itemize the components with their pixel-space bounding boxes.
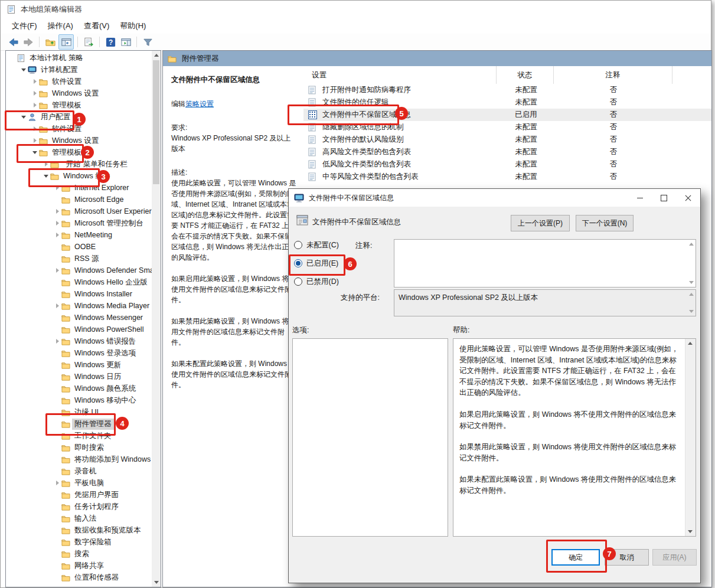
expand-arrow-icon[interactable] bbox=[31, 101, 39, 109]
comment-input[interactable] bbox=[394, 239, 696, 288]
expand-arrow-icon[interactable] bbox=[53, 526, 61, 534]
tree-item-label[interactable]: OOBE bbox=[72, 242, 98, 251]
minimize-icon[interactable] bbox=[628, 189, 652, 207]
tree-item[interactable]: 录音机 bbox=[6, 465, 152, 477]
tree-item-label[interactable]: Windows 更新 bbox=[72, 360, 123, 371]
radio-option[interactable]: 已启用(E) bbox=[294, 257, 391, 269]
tree-item[interactable]: Internet Explorer bbox=[6, 182, 152, 194]
tree-item[interactable]: 任务计划程序 bbox=[6, 501, 152, 512]
tree-item[interactable]: OOBE bbox=[6, 241, 152, 253]
expand-arrow-icon[interactable] bbox=[53, 479, 61, 487]
tree-item-label[interactable]: Windows 组件 bbox=[61, 171, 112, 182]
tree-item-label[interactable]: 录音机 bbox=[72, 466, 99, 477]
tree-item[interactable]: Windows Installer bbox=[6, 288, 152, 300]
scroll-down-icon[interactable] bbox=[685, 527, 694, 536]
expand-arrow-icon[interactable] bbox=[42, 160, 50, 168]
tree-item-label[interactable]: 附件管理器 bbox=[72, 419, 114, 430]
column-header-comment[interactable]: 注释 bbox=[553, 66, 672, 84]
tree-item-label[interactable]: 计算机配置 bbox=[38, 64, 80, 76]
help-scrollbar[interactable] bbox=[685, 339, 696, 536]
expand-arrow-icon[interactable] bbox=[31, 136, 39, 145]
expand-arrow-icon[interactable] bbox=[53, 396, 61, 404]
tree-item-label[interactable]: 网络共享 bbox=[72, 560, 106, 571]
expand-arrow-icon[interactable] bbox=[53, 219, 61, 227]
tree-item[interactable]: 将功能添加到 Windows 1 bbox=[6, 453, 152, 465]
filter-icon[interactable] bbox=[141, 35, 155, 49]
tree-item[interactable]: 计算机配置 bbox=[6, 64, 152, 76]
radio-option[interactable]: 已禁用(D) bbox=[294, 276, 391, 288]
tree-item[interactable]: Windows Messenger bbox=[6, 312, 152, 324]
tree-item[interactable]: 软件设置 bbox=[6, 76, 152, 87]
tree-item[interactable]: Windows 设置 bbox=[6, 135, 152, 146]
expand-arrow-icon[interactable] bbox=[53, 349, 61, 357]
tree-item[interactable]: 工作文件夹 bbox=[6, 430, 152, 442]
tree-item-label[interactable]: Windows 颜色系统 bbox=[72, 383, 138, 394]
tree-item-label[interactable]: Windows 移动中心 bbox=[72, 395, 138, 406]
tree-item[interactable]: 数字保险箱 bbox=[6, 536, 152, 548]
expand-arrow-icon[interactable] bbox=[53, 361, 61, 369]
tree-item-label[interactable]: 数据收集和预览版本 bbox=[72, 525, 143, 536]
column-header-status[interactable]: 状态 bbox=[496, 66, 553, 84]
tree-item[interactable]: 数据收集和预览版本 bbox=[6, 524, 152, 536]
scroll-thumb[interactable] bbox=[153, 60, 159, 184]
tree-item[interactable]: Windows 移动中心 bbox=[6, 394, 152, 406]
settings-row[interactable]: 文件附件的默认风险级别 未配置 否 bbox=[303, 133, 711, 146]
tree-item-label[interactable]: Windows 设置 bbox=[50, 88, 101, 99]
expand-arrow-icon[interactable] bbox=[53, 337, 61, 345]
tree-item-label[interactable]: Microsoft User Experier bbox=[72, 207, 152, 216]
settings-row[interactable]: 高风险文件类型的包含列表 未配置 否 bbox=[303, 146, 711, 158]
tree-item[interactable]: 平板电脑 bbox=[6, 477, 152, 489]
menu-item[interactable]: 操作(A) bbox=[43, 19, 79, 33]
tree-item-label[interactable]: Windows PowerShell bbox=[72, 325, 146, 334]
tree-item-label[interactable]: 边缘 UI bbox=[72, 407, 101, 418]
tree-scrollbar[interactable] bbox=[152, 51, 161, 587]
tree-item[interactable]: Windows Defender Sma bbox=[6, 264, 152, 276]
tree-item[interactable]: 边缘 UI bbox=[6, 406, 152, 418]
tree-item-label[interactable]: Windows Messenger bbox=[72, 313, 145, 322]
ok-button[interactable]: 确定 bbox=[551, 549, 600, 566]
tree-item-label[interactable]: Microsoft 管理控制台 bbox=[72, 218, 146, 229]
settings-row[interactable]: 隐藏删除区域信息的机制 未配置 否 bbox=[303, 121, 711, 133]
expand-arrow-icon[interactable] bbox=[42, 172, 50, 180]
tree-item-label[interactable]: Windows 设置 bbox=[50, 135, 101, 146]
expand-arrow-icon[interactable] bbox=[53, 207, 61, 215]
tree-item[interactable]: Windows 组件 bbox=[6, 170, 152, 182]
expand-arrow-icon[interactable] bbox=[53, 491, 61, 499]
expand-arrow-icon[interactable] bbox=[53, 502, 61, 511]
tree-item-label[interactable]: Windows 日历 bbox=[72, 371, 123, 383]
expand-arrow-icon[interactable] bbox=[53, 538, 61, 546]
tree-item-label[interactable]: Windows 错误报告 bbox=[72, 336, 138, 347]
tree-item-label[interactable]: 用户配置 bbox=[38, 112, 73, 123]
tree-item[interactable]: 网络共享 bbox=[6, 560, 152, 571]
expand-arrow-icon[interactable] bbox=[53, 313, 61, 322]
expand-arrow-icon[interactable] bbox=[53, 266, 61, 275]
tree-item[interactable]: 凭据用户界面 bbox=[6, 489, 152, 501]
edit-policy-link[interactable]: 策略设置 bbox=[185, 100, 214, 108]
tree-item[interactable]: Windows 更新 bbox=[6, 359, 152, 371]
scroll-down-icon[interactable] bbox=[689, 281, 694, 284]
tree-item-label[interactable]: 将功能添加到 Windows 1 bbox=[72, 454, 152, 465]
tree-item-label[interactable]: Internet Explorer bbox=[72, 183, 131, 192]
close-icon[interactable] bbox=[676, 189, 700, 207]
tree-item-label[interactable]: 搜索 bbox=[72, 548, 92, 560]
tree-item[interactable]: 搜索 bbox=[6, 548, 152, 560]
tree-item-label[interactable]: NetMeeting bbox=[72, 230, 115, 240]
tree-item[interactable]: Windows 颜色系统 bbox=[6, 383, 152, 394]
expand-arrow-icon[interactable] bbox=[53, 420, 61, 428]
settings-row[interactable]: 低风险文件类型的包含列表 未配置 否 bbox=[303, 158, 711, 171]
tree-item[interactable]: Windows 日历 bbox=[6, 371, 152, 383]
expand-arrow-icon[interactable] bbox=[53, 231, 61, 239]
settings-row[interactable]: 文件附件中不保留区域信息 已启用 否 bbox=[303, 109, 711, 121]
scroll-down-icon[interactable] bbox=[689, 310, 694, 313]
maximize-icon[interactable] bbox=[652, 189, 676, 207]
tree-item-label[interactable]: Microsoft Edge bbox=[72, 195, 126, 204]
show-action-pane-icon[interactable] bbox=[119, 35, 133, 49]
tree-item[interactable]: Windows PowerShell bbox=[6, 324, 152, 335]
tree-item[interactable]: Windows Hello 企业版 bbox=[6, 276, 152, 288]
back-arrow-icon[interactable] bbox=[6, 35, 20, 49]
expand-arrow-icon[interactable] bbox=[53, 550, 61, 558]
tree-item[interactable]: 用户配置 bbox=[6, 111, 152, 123]
show-console-tree-icon[interactable] bbox=[58, 34, 74, 50]
tree-item-label[interactable]: 位置和传感器 bbox=[72, 572, 121, 583]
tree-item-label[interactable]: 管理模板 bbox=[50, 100, 84, 111]
